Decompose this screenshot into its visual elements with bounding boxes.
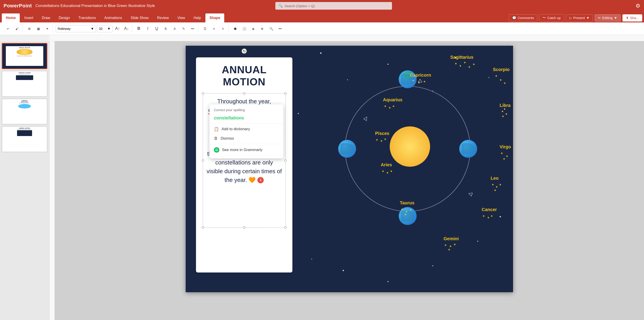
star-sco-2 xyxy=(500,79,502,81)
more-tools-button[interactable]: ••• xyxy=(276,25,284,33)
grammarly-action[interactable]: G See more in Grammarly xyxy=(210,145,284,155)
increase-font-button[interactable]: A↑ xyxy=(114,25,122,33)
star-sag-5 xyxy=(473,63,475,65)
slide-panel: ANNUAL MOTION Throughout the year, const… xyxy=(0,41,49,320)
star-gem-3 xyxy=(454,243,456,246)
star-vir-2 xyxy=(506,155,508,157)
tab-help[interactable]: Help xyxy=(190,13,205,22)
handle-tr[interactable] xyxy=(284,92,286,95)
search-box[interactable]: 🔍 Search (Option + Q) xyxy=(275,2,392,10)
toolbar-font-group: Raleway ▼ 32 ▼ A↑ A↓ xyxy=(54,25,132,33)
tab-shape[interactable]: Shape xyxy=(206,13,224,22)
grammarly-label: See more in Grammarly xyxy=(222,148,262,152)
settings-icon[interactable]: ⚙ xyxy=(636,3,640,9)
star-sco-3 xyxy=(504,82,506,84)
tab-slideshow[interactable]: Slide Show xyxy=(126,13,152,22)
toolbar: ↩ 🖌 ⊞ ▦ ✦ Raleway ▼ 32 ▼ A↑ A↓ B I U S A… xyxy=(0,22,644,35)
spell-suggestion[interactable]: constellations xyxy=(210,114,284,122)
constellation-taurus: Taurus xyxy=(400,200,414,206)
spell-popup: Correct your spelling constellations 📋 A… xyxy=(210,104,284,158)
constellation-virgo: Virgo xyxy=(500,144,511,149)
slide-thumb-2[interactable]: CONSTELLATIONS A constellation is a grou… xyxy=(2,71,47,97)
text-card: ↻ ANNUAL MOTION Throughout the year, c xyxy=(196,57,292,273)
slide-thumb-1[interactable]: ANNUAL MOTION Throughout the year, const… xyxy=(2,43,47,69)
tab-design[interactable]: Design xyxy=(55,13,74,22)
handle-tm[interactable] xyxy=(243,92,245,95)
bold-button[interactable]: B xyxy=(135,25,143,33)
handle-mr[interactable] xyxy=(284,159,286,162)
slide-thumb-4[interactable]: DIURNAL MOTION As the Earth rotates, you… xyxy=(2,126,47,152)
ribbon-tabs: Home Insert Draw Design Transitions Anim… xyxy=(0,12,644,22)
arrow-3: ▷ xyxy=(467,191,473,198)
comment-badge[interactable]: 1 xyxy=(258,177,264,183)
shape-effects-button[interactable]: ◈ xyxy=(249,25,257,33)
format-painter-button[interactable]: 🖌 xyxy=(13,25,21,33)
earth-right xyxy=(459,140,477,158)
tab-transitions[interactable]: Transitions xyxy=(74,13,100,22)
comments-button[interactable]: 💬 Comments xyxy=(509,14,538,21)
star-vir-3 xyxy=(503,158,505,160)
star-can-2 xyxy=(487,217,490,219)
rotation-handle[interactable]: ↻ xyxy=(242,48,247,54)
body-text-pre: Throughout the year, xyxy=(217,98,271,105)
star-sag-2 xyxy=(459,65,462,67)
arrange-button[interactable]: ⊕ xyxy=(258,25,266,33)
handle-bm[interactable] xyxy=(243,226,245,229)
add-to-dict-action[interactable]: 📋 Add to dictionary xyxy=(210,124,284,134)
align-button[interactable]: ≡ xyxy=(219,25,227,33)
present-button[interactable]: ▷ Present ▼ xyxy=(566,14,593,21)
underline-button[interactable]: U xyxy=(153,25,161,33)
strikethrough-button[interactable]: S xyxy=(162,25,170,33)
comments-label: Comments xyxy=(518,16,534,20)
tab-view[interactable]: View xyxy=(173,13,189,22)
dismiss-label: Dismiss xyxy=(221,136,234,141)
constellation-pisces: Pisces xyxy=(375,131,389,136)
editing-button[interactable]: ✏ Editing ▼ xyxy=(595,14,621,21)
font-size-selector[interactable]: 32 ▼ xyxy=(97,25,112,32)
ruler: // drawn via JS below xyxy=(49,35,644,41)
numbering-button[interactable]: ≡ xyxy=(210,25,218,33)
decrease-font-button[interactable]: A↓ xyxy=(122,25,130,33)
bullets-button[interactable]: ☰ xyxy=(201,25,209,33)
shape-fill-button[interactable]: ⬟ xyxy=(231,25,239,33)
grammarly-icon: G xyxy=(214,147,219,153)
constellation-aquarius: Aquarius xyxy=(383,97,402,102)
handle-bl[interactable] xyxy=(202,226,204,229)
star-lib-1 xyxy=(502,110,504,112)
font-color-button[interactable]: A xyxy=(171,25,179,33)
catchup-button[interactable]: 〜 Catch up xyxy=(539,14,564,21)
highlight-button[interactable]: ✎ xyxy=(180,25,188,33)
font-selector[interactable]: Raleway ▼ xyxy=(56,25,96,32)
design-ideas-button[interactable]: ✦ xyxy=(43,25,51,33)
present-label: Present xyxy=(573,16,585,20)
layout-button[interactable]: ▦ xyxy=(34,25,42,33)
canvas-area[interactable]: ↻ ANNUAL MOTION Throughout the year, c xyxy=(55,41,644,320)
catchup-icon: 〜 xyxy=(542,16,546,20)
handle-br[interactable] xyxy=(284,226,286,229)
tab-home[interactable]: Home xyxy=(2,13,20,22)
share-button[interactable]: ⬆ Sha... xyxy=(622,14,642,21)
document-title: Constellations Educational Presentation … xyxy=(36,3,272,8)
emoji-area: 🧡 1 xyxy=(248,176,264,184)
tab-draw[interactable]: Draw xyxy=(38,13,54,22)
dismiss-action[interactable]: 🗑 Dismiss xyxy=(210,134,284,143)
star-can-3 xyxy=(490,215,493,217)
constellation-aries: Aries xyxy=(381,162,392,167)
handle-ml[interactable] xyxy=(202,159,204,162)
shape-outline-button[interactable]: ⬜ xyxy=(240,25,248,33)
catchup-label: Catch up xyxy=(547,16,560,20)
tab-animations[interactable]: Animations xyxy=(100,13,126,22)
more-format-button[interactable]: ••• xyxy=(188,25,197,33)
italic-button[interactable]: I xyxy=(144,25,152,33)
handle-tl[interactable] xyxy=(202,92,204,95)
earth-bottom xyxy=(399,207,417,225)
find-button[interactable]: 🔍 xyxy=(267,25,275,33)
constellation-sagittarius: Sagittarius xyxy=(450,55,473,60)
new-slide-button[interactable]: ⊞ xyxy=(25,25,34,33)
slide-thumb-3[interactable]: EARTH'SROTATION The Earth rotates on its… xyxy=(2,99,47,124)
tab-insert[interactable]: Insert xyxy=(20,13,37,22)
undo-button[interactable]: ↩ xyxy=(4,25,12,33)
tab-review[interactable]: Review xyxy=(153,13,173,22)
star-can-1 xyxy=(482,215,485,217)
toolbar-list-group: ☰ ≡ ≡ xyxy=(200,25,228,33)
